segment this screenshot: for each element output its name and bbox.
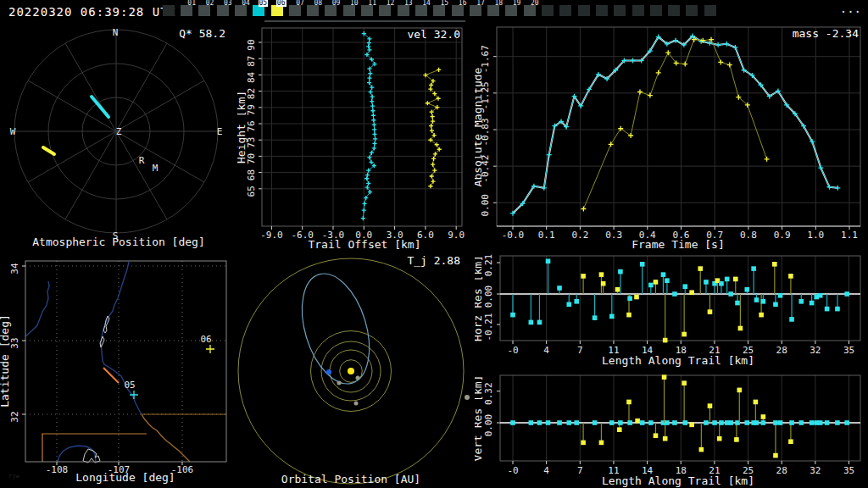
station-slot-empty[interactable] (704, 0, 716, 20)
station-square (614, 5, 626, 16)
atmospheric-position-panel: NESWZRMQ* 58.2Atmospheric Position [deg] (0, 24, 237, 251)
svg-text:Z: Z (116, 126, 122, 137)
station-scrollbar[interactable] (264, 20, 465, 22)
residual-marker (761, 299, 766, 304)
trail-offset-panel: 90878482797673706865-9.0-6.0-3.00.03.06.… (237, 24, 475, 251)
residual-marker (744, 420, 749, 425)
station-slot-empty[interactable] (614, 0, 626, 20)
station-slot-empty[interactable] (686, 0, 698, 20)
light-curve-chart: -1.67-1.25-0.83-0.420.00-0.00.10.20.30.4… (475, 24, 868, 251)
data-point-marker (361, 216, 365, 220)
orbital-position-chart: T_j 2.88Orbital Position [AU] (237, 251, 475, 488)
station-slot-empty[interactable] (559, 0, 571, 20)
station-04-indicator[interactable]: 04 (235, 0, 247, 20)
residual-marker (510, 313, 515, 318)
residual-marker (708, 403, 713, 408)
station-17-indicator[interactable]: 17 (470, 0, 481, 20)
station-08-indicator[interactable]: 08 (307, 0, 319, 20)
overflow-menu[interactable]: ... (840, 2, 861, 15)
data-point-marker (637, 89, 643, 94)
light-curve-panel: -1.67-1.25-0.83-0.420.00-0.00.10.20.30.4… (475, 24, 868, 251)
svg-text:32: 32 (9, 411, 20, 422)
residual-marker (818, 293, 823, 298)
station-10-indicator[interactable]: 10 (343, 0, 355, 20)
station-slot-empty[interactable] (632, 0, 644, 20)
state-border (142, 414, 190, 462)
station-slot-empty[interactable] (542, 0, 554, 20)
residual-marker (810, 420, 815, 425)
residual-marker (773, 453, 778, 458)
svg-text:-0.0: -0.0 (502, 230, 525, 241)
station-11-indicator[interactable]: 11 (361, 0, 373, 20)
station-number-label: 15 (441, 0, 449, 7)
residual-marker (759, 313, 764, 318)
residual-marker (574, 420, 579, 425)
data-point-marker (430, 174, 434, 178)
residual-marker (754, 297, 760, 302)
residual-marker (735, 301, 740, 306)
data-point-marker (628, 133, 633, 138)
residual-marker (708, 309, 713, 314)
station-05-indicator[interactable]: 05 (253, 0, 264, 20)
station-14-indicator[interactable]: 14 (415, 0, 427, 20)
station-number-label: 14 (422, 0, 431, 7)
residual-marker (581, 441, 586, 446)
planet-jupiter (465, 395, 470, 400)
svg-text:34: 34 (9, 263, 20, 274)
station-slot-empty[interactable] (596, 0, 608, 20)
horz-res-ylabel: Horz Res [km] (475, 255, 484, 341)
residual-marker (661, 272, 666, 277)
station-09-indicator[interactable]: 09 (325, 0, 337, 20)
svg-text:0.00: 0.00 (483, 286, 494, 308)
residual-marker (574, 299, 579, 304)
station-13-indicator[interactable]: 13 (398, 0, 409, 20)
station-slot-empty[interactable] (668, 0, 680, 20)
data-point-marker (431, 119, 435, 124)
svg-text:05: 05 (124, 380, 135, 391)
status-bar: 20220320 06:39:28 UTC 010203040506070809… (0, 0, 868, 24)
grid (513, 256, 849, 341)
svg-text:4: 4 (543, 345, 549, 356)
data-point-marker (206, 345, 214, 353)
station-slot-empty[interactable] (163, 0, 175, 20)
data-point-marker (367, 75, 371, 80)
data-point-marker (432, 169, 437, 173)
station-18-indicator[interactable]: 18 (487, 0, 499, 20)
data-point-marker (437, 68, 441, 72)
station-01-indicator[interactable]: 01 (181, 0, 192, 20)
residual-marker (788, 274, 793, 279)
station-19-indicator[interactable]: 19 (505, 0, 517, 20)
series-station-06 (423, 68, 442, 189)
data-point-marker (372, 141, 376, 146)
residual-marker (537, 420, 542, 425)
station-20-indicator[interactable]: 20 (524, 0, 536, 20)
station-slot-empty[interactable] (650, 0, 662, 20)
residual-marker (566, 420, 571, 425)
svg-text:1.0: 1.0 (807, 230, 824, 241)
station-02-indicator[interactable]: 02 (198, 0, 210, 20)
trail-offset-chart: 90878482797673706865-9.0-6.0-3.00.03.06.… (237, 24, 475, 251)
data-point-marker (631, 58, 636, 63)
residual-marker (844, 420, 849, 425)
residual-marker (663, 436, 668, 441)
station-07-indicator[interactable]: 07 (289, 0, 301, 20)
tisserand-annotation: T_j 2.88 (407, 254, 460, 267)
data-point-marker (367, 80, 371, 85)
meteor-ground-track (103, 368, 119, 383)
station-number-label: 17 (476, 0, 485, 7)
station-06-indicator[interactable]: 06 (271, 0, 283, 20)
plot-box (497, 27, 860, 226)
station-03-indicator[interactable]: 03 (217, 0, 229, 20)
svg-text:0.8: 0.8 (740, 230, 757, 241)
svg-text:68: 68 (246, 169, 257, 180)
station-slot-empty[interactable] (578, 0, 590, 20)
station-12-indicator[interactable]: 12 (379, 0, 391, 20)
meteor-trail-05 (92, 97, 108, 117)
station-15-indicator[interactable]: 15 (433, 0, 445, 20)
mass-annotation: mass -2.34 (793, 27, 859, 40)
residual-marker (663, 338, 668, 343)
station-16-indicator[interactable]: 16 (452, 0, 464, 20)
ground-map-panel: rjw -108-107-1063433320506Longitude [deg… (0, 251, 237, 488)
svg-text:0.00: 0.00 (480, 194, 491, 217)
svg-text:1.1: 1.1 (841, 230, 858, 241)
